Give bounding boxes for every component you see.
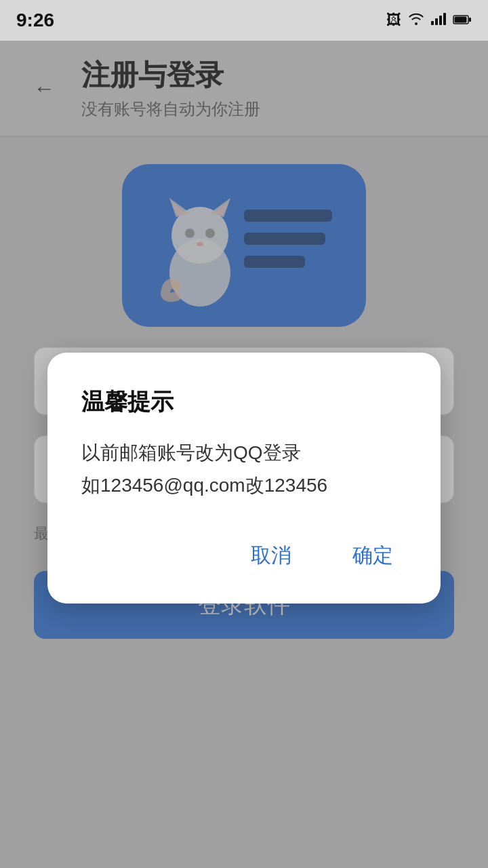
svg-rect-5 xyxy=(455,17,467,23)
status-time: 9:26 xyxy=(16,9,54,31)
svg-rect-3 xyxy=(443,13,446,25)
app-background: ← 注册与登录 没有账号将自动为你注册 xyxy=(0,41,488,868)
signal-icon xyxy=(431,12,446,29)
status-icons: 🖼 xyxy=(386,12,472,29)
dialog-message: 以前邮箱账号改为QQ登录如123456@qq.com改123456 xyxy=(81,437,407,501)
svg-rect-1 xyxy=(435,18,438,25)
dialog-title: 温馨提示 xyxy=(81,387,407,418)
image-status-icon: 🖼 xyxy=(386,12,401,29)
dialog-buttons: 取消 确定 xyxy=(81,535,407,576)
svg-rect-0 xyxy=(431,21,434,25)
dialog-confirm-button[interactable]: 确定 xyxy=(339,535,407,576)
svg-rect-2 xyxy=(439,16,442,25)
dialog-cancel-button[interactable]: 取消 xyxy=(237,535,305,576)
wifi-icon xyxy=(408,12,424,29)
status-bar: 9:26 🖼 xyxy=(0,0,488,41)
battery-icon xyxy=(453,12,472,29)
svg-rect-6 xyxy=(469,18,471,22)
dialog: 温馨提示 以前邮箱账号改为QQ登录如123456@qq.com改123456 取… xyxy=(47,353,441,604)
